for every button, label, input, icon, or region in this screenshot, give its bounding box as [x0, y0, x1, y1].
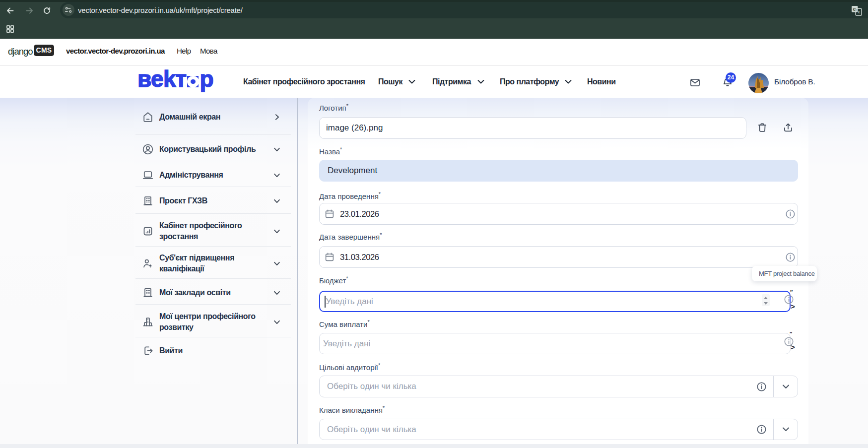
svg-text:x: x	[858, 9, 860, 14]
